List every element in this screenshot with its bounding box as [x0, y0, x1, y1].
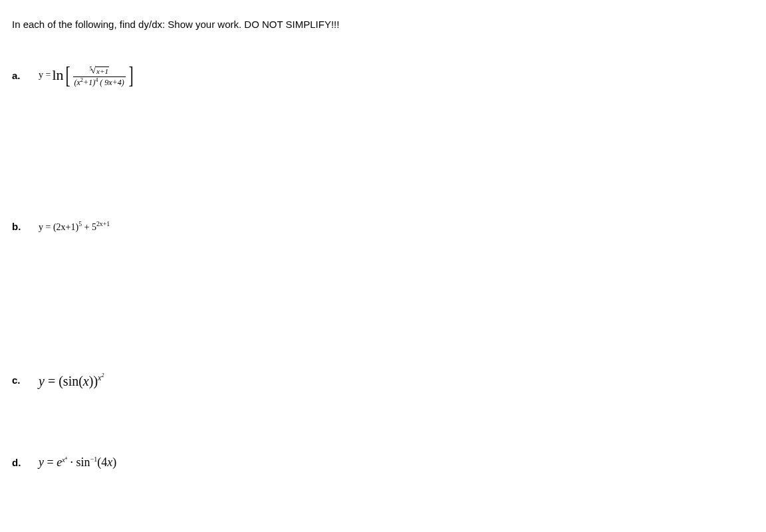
four-x: 4	[101, 456, 107, 469]
y-equals: y =	[39, 70, 51, 80]
problem-c-equation: y = (sin(x))x2	[39, 372, 104, 389]
problem-a: a. y = ln [ 5 √ x+1 (x2+1)4 ( 9x+4) ]	[12, 63, 754, 87]
fifth-root: 5 √ x+1	[89, 65, 109, 76]
denominator: (x2+1)4 ( 9x+4)	[73, 76, 126, 87]
problem-b-label: b.	[12, 221, 39, 232]
y-var: y	[39, 373, 45, 388]
lparen: (	[59, 373, 63, 388]
sin: sin	[63, 373, 78, 388]
left-bracket-icon: [	[65, 63, 70, 87]
inverse-exp: −1	[90, 456, 98, 464]
rparen: )	[112, 456, 116, 469]
lparen2: (	[78, 373, 83, 388]
problem-b: b. y = (2x+1)5 + 52x+1	[12, 220, 754, 233]
equals: =	[45, 373, 59, 388]
equals: =	[44, 456, 57, 469]
sin: sin	[76, 456, 90, 469]
radical-icon: √	[90, 65, 96, 76]
fraction: 5 √ x+1 (x2+1)4 ( 9x+4)	[73, 63, 126, 87]
right-bracket-icon: ]	[128, 63, 133, 87]
radicand: x+1	[96, 66, 109, 76]
numerator: 5 √ x+1	[88, 63, 110, 76]
instruction-text: In each of the following, find dy/dx: Sh…	[12, 19, 754, 30]
problem-d-label: d.	[12, 457, 39, 468]
problem-d: d. y = ex4 · sin−1(4x)	[12, 455, 754, 469]
dot-icon: ·	[67, 456, 76, 469]
x-var: x	[83, 373, 89, 388]
ln-symbol: ln	[52, 66, 63, 84]
problem-a-label: a.	[12, 70, 39, 81]
problem-b-equation: y = (2x+1)5 + 52x+1	[39, 220, 110, 233]
problem-a-equation: y = ln [ 5 √ x+1 (x2+1)4 ( 9x+4) ]	[39, 63, 135, 87]
exp-x4: x4	[62, 456, 67, 464]
problem-d-equation: y = ex4 · sin−1(4x)	[39, 455, 116, 469]
e-var: e	[57, 456, 62, 469]
y-var: y	[39, 456, 44, 469]
problem-c: c. y = (sin(x))x2	[12, 372, 754, 389]
problem-c-label: c.	[12, 374, 39, 386]
exponent: x2	[98, 373, 104, 382]
